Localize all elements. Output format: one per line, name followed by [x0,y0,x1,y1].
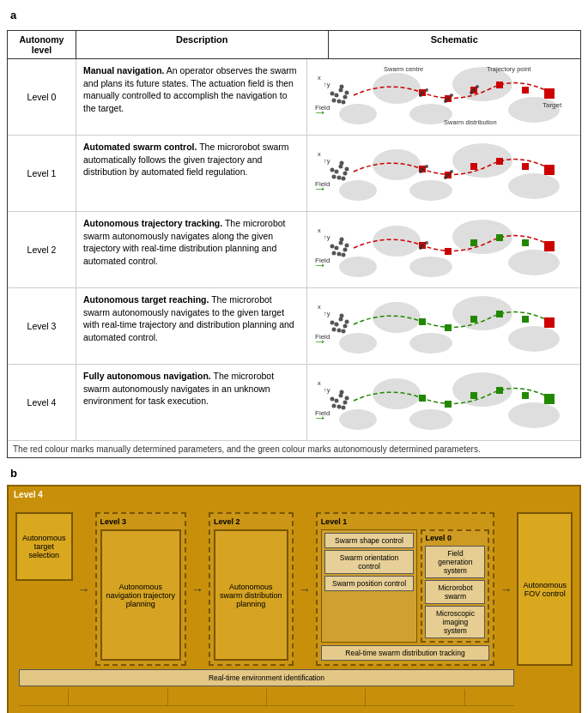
svg-rect-62 [544,165,555,175]
swarm-position-box: Swarm position control [324,576,415,591]
svg-point-75 [337,252,342,257]
svg-text:x: x [318,303,321,311]
svg-point-123 [335,399,339,403]
svg-point-13 [340,85,344,89]
svg-text:→: → [313,410,327,425]
svg-point-27 [470,91,473,94]
table-row-level0: Level 0 Manual navigation. An operator o… [8,59,580,136]
svg-text:→: → [313,105,327,119]
realtime-swarm-box: Real-time swarm distribution tracking [321,645,490,661]
swarm-shape-box: Swarm shape control [324,533,415,548]
svg-point-127 [332,404,336,408]
microrobot-box: Microrobot swarm [425,580,485,604]
svg-rect-109 [445,324,452,331]
svg-point-122 [339,409,377,430]
svg-point-25 [472,88,476,92]
swarm-dist-box: Autonomous swarm distribution planning [214,529,288,661]
svg-rect-17 [496,82,503,88]
level2-schematic: x ↑y Field → [307,212,580,287]
svg-rect-55 [522,163,529,170]
autonomous-fov-label: Autonomous FOV control [523,581,567,598]
svg-rect-137 [544,394,555,404]
table-row-level2: Level 2 Autonomous trajectory tracking. … [8,212,580,288]
svg-point-120 [508,402,560,428]
svg-point-99 [335,323,339,327]
svg-point-26 [476,85,479,88]
table-row-level1: Level 1 Automated swarm control. The mic… [8,136,580,212]
svg-rect-54 [496,158,503,165]
level0-schematic: Target x ↑y Field → Swarm centre Swarm d… [307,59,580,135]
level2-desc: Autonomous trajectory tracking. The micr… [76,212,307,287]
svg-text:Swarm distribution: Swarm distribution [444,118,497,126]
svg-point-130 [345,396,349,401]
autonomous-fov-box: Autonomous FOV control [517,512,573,666]
svg-point-106 [345,320,349,324]
svg-rect-110 [470,316,477,323]
svg-point-5 [335,94,339,98]
svg-rect-85 [522,239,529,246]
svg-point-47 [342,177,346,181]
svg-text:↑y: ↑y [324,310,330,317]
svg-point-80 [340,238,344,242]
realtime-env-box: Real-time environment identification [19,669,514,686]
autonomous-target-label: Autonomous target selection [22,534,66,559]
field-gen-box: Field generation system [425,546,485,578]
svg-point-131 [340,390,344,395]
svg-point-0 [373,73,421,104]
svg-point-126 [337,405,342,409]
svg-point-105 [330,321,335,325]
svg-point-22 [446,97,450,100]
svg-point-87 [425,241,428,245]
part-a-label: a [7,7,581,23]
level3-tag: Level 3 [100,517,127,526]
svg-point-8 [337,100,342,104]
svg-rect-84 [496,234,503,241]
svg-point-72 [335,246,339,251]
svg-rect-83 [470,239,477,246]
table-header: Autonomylevel Description Schematic [8,31,580,59]
level1-schematic: x ↑y Field → [307,136,580,211]
header-level: Autonomylevel [8,31,76,58]
svg-rect-89 [544,241,555,251]
svg-point-121 [409,409,452,430]
svg-point-71 [339,257,377,277]
svg-point-125 [343,401,348,405]
svg-point-49 [345,167,349,172]
svg-rect-18 [522,87,529,94]
level3-cell: Level 3 [8,288,76,364]
table-row-level3: Level 3 Autonomous target reaching. The … [8,288,580,365]
level4-schematic: x ↑y Field → [307,365,580,440]
svg-point-39 [508,173,560,199]
svg-point-44 [343,172,348,176]
svg-rect-53 [470,163,477,170]
svg-text:→: → [313,334,327,348]
header-schematic: Schematic [329,31,581,58]
svg-text:x: x [318,379,321,387]
svg-text:x: x [318,74,321,82]
autonomous-target-box: Autonomous target selection [15,512,73,581]
svg-point-69 [508,250,560,275]
table-footnote: The red colour marks manually determined… [8,440,580,457]
svg-point-61 [444,176,447,179]
level0-cell: Level 0 [8,59,76,135]
nav-trajectory-label: Autonomous navigation trajectory plannin… [106,583,176,608]
svg-point-118 [373,378,421,409]
svg-text:→: → [313,257,327,272]
svg-point-74 [343,248,348,252]
svg-rect-132 [419,395,426,402]
svg-point-40 [409,180,452,201]
swarm-dist-label: Autonomous swarm distribution planning [220,583,282,608]
nav-trajectory-box: Autonomous navigation trajectory plannin… [100,529,182,661]
svg-point-129 [330,397,335,402]
svg-rect-133 [445,401,452,408]
svg-point-70 [409,257,452,277]
svg-point-24 [444,100,447,103]
level1-desc: Automated swarm control. The microrobot … [76,136,307,211]
svg-point-128 [342,406,346,410]
svg-point-45 [337,176,342,180]
svg-point-101 [343,324,348,329]
svg-point-20 [425,88,428,92]
level4-tag: Level 4 [14,490,43,499]
svg-point-41 [339,180,377,201]
svg-text:↑y: ↑y [324,386,330,394]
